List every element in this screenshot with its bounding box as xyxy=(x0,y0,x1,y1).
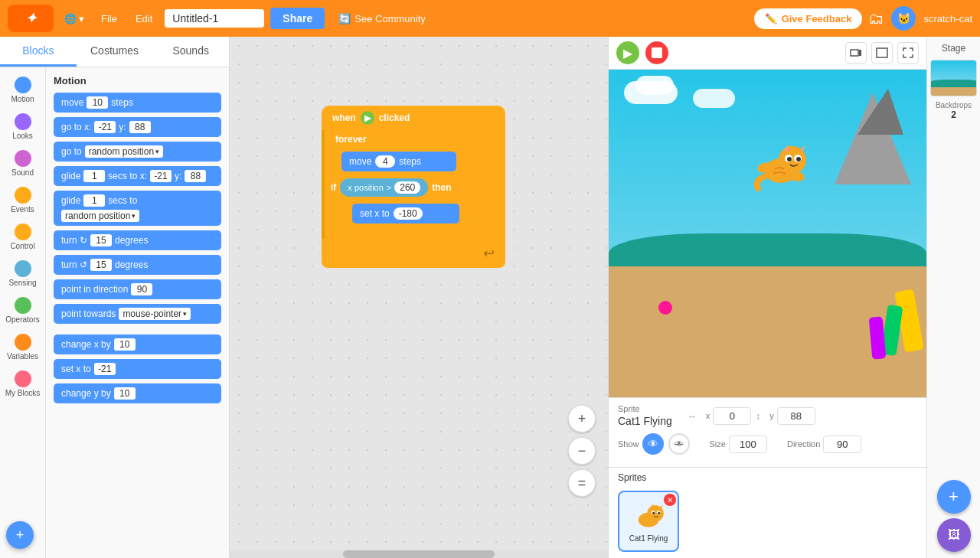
block-go-to[interactable]: go to random position ▾ xyxy=(54,142,221,162)
category-control[interactable]: Control xyxy=(0,220,45,254)
category-motion[interactable]: Motion xyxy=(0,73,45,107)
category-sensing[interactable]: Sensing xyxy=(0,257,45,291)
svg-point-14 xyxy=(791,172,805,181)
sprite-info-row-1: Sprite Cat1 Flying ↔ x 0 ↕ y xyxy=(618,404,917,427)
svg-rect-2 xyxy=(877,48,887,57)
category-events[interactable]: Events xyxy=(0,184,45,217)
move-block[interactable]: move 4 steps xyxy=(341,152,456,171)
category-looks[interactable]: Looks xyxy=(0,110,45,144)
category-sound[interactable]: Sound xyxy=(0,147,45,181)
tab-blocks[interactable]: Blocks xyxy=(0,37,77,67)
edit-menu[interactable]: Edit xyxy=(129,10,158,28)
top-nav: ✦ 🌐 ▾ File Edit Share 🔄 See Community ✏️… xyxy=(0,0,980,37)
block-point-direction[interactable]: point in direction 90 xyxy=(54,279,221,299)
stage-right-panel: Stage Backdrops 2 + 🖼 xyxy=(926,37,980,558)
if-end xyxy=(322,227,505,239)
sprite-list-area: ✕ C xyxy=(609,488,926,558)
if-block[interactable]: if x position > 260 then xyxy=(322,175,505,201)
y-value[interactable]: 88 xyxy=(777,407,815,425)
add-sprite-button[interactable]: + xyxy=(937,480,971,514)
show-hidden-button[interactable]: 👁 xyxy=(668,433,690,455)
sprite-info-panel: Sprite Cat1 Flying ↔ x 0 ↕ y xyxy=(609,397,926,467)
stage-controls: ▶ xyxy=(609,37,926,70)
scratch-logo[interactable]: ✦ xyxy=(8,5,54,32)
size-field: Size 100 xyxy=(710,436,767,453)
block-glide-xy[interactable]: glide 1 secs to x: -21 y: 88 xyxy=(54,166,221,186)
layout-buttons xyxy=(845,42,919,64)
zoom-out-button[interactable]: − xyxy=(568,437,596,465)
file-name-input[interactable] xyxy=(165,9,264,28)
sprite-name-field: Sprite Cat1 Flying xyxy=(618,404,672,427)
block-change-y[interactable]: change y by 10 xyxy=(54,383,221,403)
svg-rect-1 xyxy=(859,50,861,56)
stage-canvas xyxy=(609,70,926,397)
layout-large-button[interactable] xyxy=(871,42,893,64)
categories: Motion Looks Sound Events Control xyxy=(0,67,46,558)
zoom-in-button[interactable]: + xyxy=(568,405,596,432)
stage-thumbnail[interactable] xyxy=(930,60,977,96)
add-backdrop-button[interactable]: 🖼 xyxy=(937,518,971,552)
block-point-towards[interactable]: point towards mouse-pointer ▾ xyxy=(54,304,221,324)
folder-icon[interactable]: 🗂 xyxy=(868,10,884,28)
nav-right: 🗂 🐱 scratch-cat xyxy=(868,6,972,31)
block-move-steps[interactable]: move 10 steps xyxy=(54,93,221,113)
x-field: ↔ x 0 xyxy=(688,407,752,425)
fullscreen-button[interactable] xyxy=(897,42,919,64)
xy-fields: ↔ x 0 ↕ y 88 xyxy=(688,407,815,425)
canvas-scrollbar-thumb[interactable] xyxy=(343,550,495,558)
username: scratch-cat xyxy=(923,13,972,24)
block-turn-ccw[interactable]: turn ↺ 15 degrees xyxy=(54,255,221,275)
block-glide-random[interactable]: glide 1 secs to random position ▾ xyxy=(54,191,221,226)
show-field: Show 👁 👁 xyxy=(618,433,690,455)
forever-block[interactable]: forever xyxy=(322,130,505,148)
block-change-x[interactable]: change x by 10 xyxy=(54,334,221,354)
flower xyxy=(658,301,672,315)
condition-block[interactable]: x position > 260 xyxy=(340,178,428,197)
language-selector[interactable]: 🌐 ▾ xyxy=(60,10,89,28)
block-set-x[interactable]: set x to -21 xyxy=(54,359,221,379)
add-extension-button[interactable]: + xyxy=(6,521,34,549)
svg-point-24 xyxy=(658,511,660,514)
zoom-controls: + − = xyxy=(568,405,596,497)
zoom-reset-button[interactable]: = xyxy=(568,469,596,497)
y-field: ↕ y 88 xyxy=(756,407,815,425)
svg-point-12 xyxy=(796,157,801,162)
category-variables[interactable]: Variables xyxy=(0,331,45,364)
svg-text:↔: ↔ xyxy=(688,411,697,421)
sprite-list: Sprites ✕ xyxy=(609,467,926,558)
section-title: Motion xyxy=(54,75,221,86)
block-go-to-xy[interactable]: go to x: -21 y: 88 xyxy=(54,117,221,137)
block-turn-cw[interactable]: turn ↻ 15 degrees xyxy=(54,230,221,250)
set-x-block[interactable]: set x to -180 xyxy=(352,204,459,224)
svg-point-23 xyxy=(652,511,655,514)
file-menu[interactable]: File xyxy=(95,10,123,28)
give-feedback-button[interactable]: ✏️ Give Feedback xyxy=(754,8,863,29)
see-community-button[interactable]: 🔄 See Community xyxy=(331,10,433,28)
cloud-2 xyxy=(693,89,735,108)
canvas-area: when ▶ clicked forever move 4 steps xyxy=(230,37,608,558)
canvas-scrollbar[interactable] xyxy=(230,550,608,558)
sprite-info-row-2: Show 👁 👁 Size 100 xyxy=(618,433,917,455)
size-value[interactable]: 100 xyxy=(729,436,767,453)
green-flag-button[interactable]: ▶ xyxy=(616,41,639,64)
cat-sprite xyxy=(750,139,804,184)
layout-small-button[interactable] xyxy=(845,42,867,64)
add-buttons: + 🖼 xyxy=(927,474,980,558)
hat-block[interactable]: when ▶ clicked xyxy=(322,106,505,130)
stage-main: ▶ xyxy=(609,37,926,558)
sprite-close-button[interactable]: ✕ xyxy=(664,494,676,506)
x-value[interactable]: 0 xyxy=(713,407,751,425)
category-operators[interactable]: Operators xyxy=(0,294,45,328)
category-myblocks[interactable]: My Blocks xyxy=(0,367,45,401)
direction-value[interactable]: 90 xyxy=(823,436,861,453)
editor-layout: Blocks Costumes Sounds Motion Looks Soun… xyxy=(0,37,980,558)
cloud-1b xyxy=(635,76,674,95)
sprite-cat1-flying[interactable]: ✕ C xyxy=(618,491,679,552)
share-button[interactable]: Share xyxy=(270,8,325,29)
svg-rect-0 xyxy=(851,50,858,56)
show-visible-button[interactable]: 👁 xyxy=(642,433,664,455)
avatar[interactable]: 🐱 xyxy=(891,6,916,31)
stop-button[interactable] xyxy=(645,41,668,64)
tab-costumes[interactable]: Costumes xyxy=(77,37,153,67)
tab-sounds[interactable]: Sounds xyxy=(152,37,229,67)
